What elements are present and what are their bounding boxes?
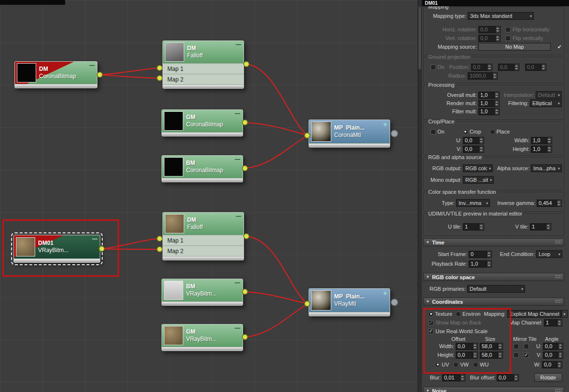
inverse-gamma-spinner[interactable]: 0,454 bbox=[537, 200, 562, 207]
node-falloff-vray[interactable]: DM Falloff — Map 1 Map 2 bbox=[163, 212, 244, 260]
collapse-icon[interactable]: — bbox=[235, 325, 240, 331]
crop-height-spinner[interactable]: 1,0 bbox=[531, 146, 552, 153]
input-socket[interactable] bbox=[157, 76, 163, 81]
mapping-source-button[interactable]: No Map bbox=[478, 43, 551, 51]
input-slot-map2[interactable]: Map 2 bbox=[163, 245, 244, 256]
angle-v-spinner[interactable]: 0,0 bbox=[543, 351, 563, 359]
rollout-noise-header[interactable]: ▼ Noise bbox=[423, 387, 564, 392]
rotate-button[interactable]: Rotate bbox=[534, 373, 562, 382]
flip-horizontally-checkbox[interactable] bbox=[505, 27, 511, 32]
input-slot-map2[interactable]: Map 2 bbox=[163, 74, 244, 84]
spinner-arrows[interactable] bbox=[495, 27, 500, 33]
spinner-arrows[interactable] bbox=[479, 146, 484, 152]
spinner-arrows[interactable] bbox=[487, 64, 492, 70]
output-socket[interactable] bbox=[243, 120, 248, 125]
ground-position-z-spinner[interactable]: 0,0 bbox=[525, 64, 546, 71]
node-thumbnail[interactable] bbox=[311, 290, 331, 311]
vert-rotation-spinner[interactable]: 0,0 bbox=[478, 35, 501, 42]
spinner-arrows[interactable] bbox=[557, 362, 562, 368]
start-frame-spinner[interactable]: 0 bbox=[469, 251, 492, 258]
node-dm01-vraybitmap[interactable]: DM01 VRayBitm... — bbox=[14, 235, 100, 263]
rollout-coordinates-header[interactable]: ▼ Coordinates bbox=[423, 297, 564, 306]
horiz-rotation-spinner[interactable]: 0,0 bbox=[478, 26, 501, 33]
input-slot-map1[interactable]: Map 1 bbox=[163, 235, 244, 245]
mirror-v-checkbox[interactable] bbox=[514, 352, 519, 358]
expand-icon[interactable]: + bbox=[383, 289, 387, 297]
node-dm-coronabitmap[interactable]: DM CoronaBitmap — bbox=[14, 61, 97, 88]
node-gm-coronabitmap[interactable]: GM CoronaBitmap — bbox=[162, 109, 243, 136]
overall-mult-spinner[interactable]: 1,0 bbox=[478, 92, 500, 99]
output-socket[interactable] bbox=[244, 234, 249, 239]
spinner-arrows[interactable] bbox=[547, 137, 552, 144]
collapse-icon[interactable]: — bbox=[235, 280, 240, 285]
output-socket[interactable] bbox=[243, 166, 248, 171]
node-mp-vraymtl[interactable]: MP Plain... VRayMtl + bbox=[309, 288, 390, 316]
spinner-arrows[interactable] bbox=[558, 343, 563, 350]
alpha-source-dropdown[interactable]: Ima...pha ▾ bbox=[531, 164, 562, 172]
spinner-arrows[interactable] bbox=[494, 92, 499, 98]
ground-radius-spinner[interactable]: 1000,0 bbox=[468, 72, 498, 80]
output-socket[interactable] bbox=[243, 289, 248, 295]
spinner-arrows[interactable] bbox=[473, 352, 477, 358]
input-socket[interactable] bbox=[157, 247, 163, 252]
node-header[interactable]: BM VRayBitm... — bbox=[162, 279, 243, 301]
spinner-arrows[interactable] bbox=[541, 64, 546, 70]
node-thumbnail[interactable] bbox=[164, 326, 183, 345]
ground-position-y-spinner[interactable]: 0,0 bbox=[498, 64, 519, 71]
node-thumbnail[interactable] bbox=[164, 157, 183, 176]
node-header[interactable]: DM01 VRayBitm... — bbox=[14, 235, 100, 258]
node-header[interactable]: GM VRayBitm... — bbox=[162, 324, 243, 347]
filtering-dropdown[interactable]: Elliptical ▾ bbox=[530, 99, 562, 107]
output-socket[interactable] bbox=[244, 62, 249, 67]
expand-icon[interactable]: + bbox=[383, 120, 387, 128]
map-channel-spinner[interactable]: 1 bbox=[544, 319, 562, 326]
collapse-icon[interactable]: — bbox=[89, 62, 95, 68]
v-tile-spinner[interactable]: 1 bbox=[530, 223, 551, 230]
rgb-output-dropdown[interactable]: RGB color ▾ bbox=[463, 164, 493, 172]
spinner-arrows[interactable] bbox=[473, 343, 477, 350]
node-header[interactable]: DM Falloff — bbox=[163, 41, 244, 63]
node-bm-coronabitmap[interactable]: BM CoronaBitmap — bbox=[162, 155, 243, 182]
tile-v-checkbox[interactable]: ✓ bbox=[524, 352, 529, 358]
spinner-arrows[interactable] bbox=[487, 261, 491, 267]
node-header[interactable]: BM CoronaBitmap — bbox=[162, 156, 243, 178]
ground-on-checkbox[interactable] bbox=[431, 65, 436, 70]
spinner-arrows[interactable] bbox=[479, 137, 484, 144]
angle-u-spinner[interactable]: 0,0 bbox=[543, 343, 563, 350]
spinner-arrows[interactable] bbox=[487, 251, 491, 257]
node-mp-coronamtl[interactable]: MP Plain... CoronaMtl + bbox=[309, 120, 390, 148]
u-tile-spinner[interactable]: 1 bbox=[463, 223, 484, 230]
mapping-type-dropdown[interactable]: 3ds Max standard ▾ bbox=[468, 12, 534, 20]
material-output-socket[interactable] bbox=[391, 130, 398, 137]
crop-u-spinner[interactable]: 0,0 bbox=[463, 137, 484, 144]
spinner-arrows[interactable] bbox=[514, 375, 518, 381]
node-header[interactable]: MP Plain... VRayMtl + bbox=[309, 289, 390, 312]
cstf-type-dropdown[interactable]: Inv...mma ▾ bbox=[456, 199, 490, 207]
node-thumbnail[interactable] bbox=[165, 214, 184, 233]
mapping-dropdown-button[interactable]: ▾ bbox=[561, 310, 568, 318]
spinner-arrows[interactable] bbox=[492, 73, 497, 79]
collapse-icon[interactable]: — bbox=[235, 110, 240, 116]
crop-on-checkbox[interactable] bbox=[431, 129, 436, 135]
node-thumbnail[interactable] bbox=[16, 237, 35, 257]
node-gm-vraybitmap[interactable]: GM VRayBitm... — bbox=[162, 324, 243, 351]
ground-position-x-spinner[interactable]: 0,0 bbox=[471, 64, 492, 71]
spinner-arrows[interactable] bbox=[498, 343, 502, 350]
rollout-time-header[interactable]: ▼ Time bbox=[423, 238, 564, 246]
spinner-arrows[interactable] bbox=[498, 352, 502, 358]
input-socket[interactable] bbox=[157, 66, 163, 71]
node-thumbnail[interactable] bbox=[164, 111, 183, 131]
rollout-grip-icon[interactable] bbox=[555, 299, 562, 304]
mono-output-dropdown[interactable]: RGB ...sity ▾ bbox=[463, 176, 494, 184]
render-mult-spinner[interactable]: 1,0 bbox=[478, 100, 500, 107]
node-header[interactable]: MP Plain... CoronaMtl + bbox=[309, 120, 390, 143]
blur-offset-spinner[interactable]: 0,0 bbox=[497, 374, 519, 381]
tile-u-checkbox[interactable] bbox=[524, 344, 529, 349]
end-condition-dropdown[interactable]: Loop ▾ bbox=[536, 250, 562, 258]
height-offset-spinner[interactable]: 0,0 bbox=[456, 351, 478, 359]
node-header[interactable]: GM CoronaBitmap — bbox=[162, 110, 243, 132]
playback-rate-spinner[interactable]: 1,0 bbox=[469, 260, 492, 268]
node-editor-canvas[interactable]: DM CoronaBitmap — DM Falloff — Map 1 Map… bbox=[0, 0, 418, 392]
collapse-icon[interactable]: — bbox=[236, 41, 241, 47]
show-map-on-back-checkbox[interactable]: ✓ bbox=[428, 320, 434, 325]
